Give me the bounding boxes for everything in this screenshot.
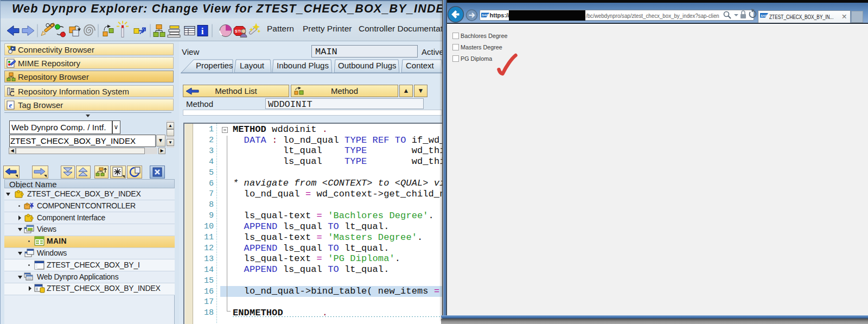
svg-text:SAP: SAP xyxy=(761,14,767,17)
svg-text:SAP: SAP xyxy=(482,14,488,17)
svg-text:i: i xyxy=(201,26,204,36)
svg-text:e: e xyxy=(9,101,12,109)
